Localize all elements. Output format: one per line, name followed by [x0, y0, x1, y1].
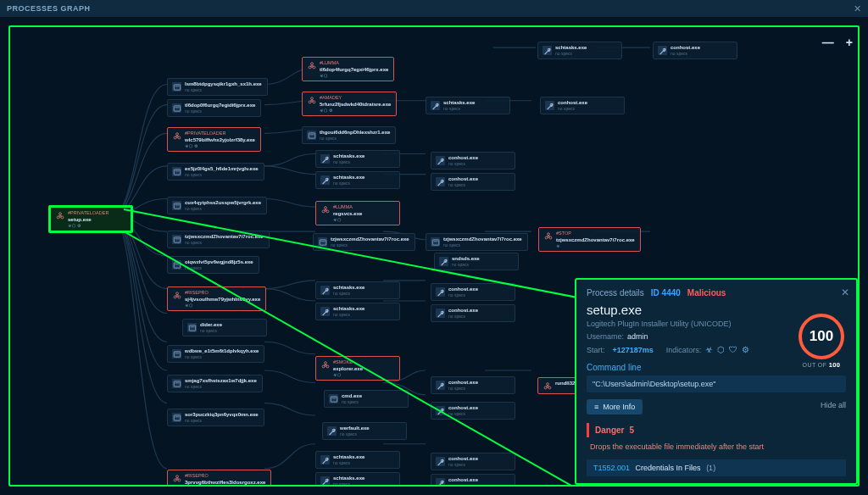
process-node[interactable]: #LUMMAregsvcs.exe☣ ⬡: [315, 201, 400, 225]
wrench-icon: [542, 46, 552, 55]
wrench-icon: [327, 426, 337, 436]
close-icon[interactable]: ✕: [841, 286, 849, 298]
box-icon: [172, 235, 181, 244]
box-icon: [172, 201, 181, 210]
box-icon: [172, 413, 181, 422]
wrench-icon: [320, 154, 330, 164]
biohazard-icon: [307, 96, 316, 105]
cmd-value[interactable]: "C:\Users\admin\Desktop\setup.exe": [587, 375, 846, 392]
wrench-icon: [436, 287, 445, 297]
wrench-icon: [320, 476, 330, 486]
process-node[interactable]: #STOPtzjwsxczmdZhovantav7i7roc.exe☣: [538, 227, 641, 252]
wrench-icon: [658, 46, 667, 55]
danger-header[interactable]: Danger5: [587, 423, 846, 437]
process-node[interactable]: conhost.exeno specs: [653, 42, 737, 59]
box-icon: [172, 167, 181, 176]
wrench-icon: [436, 478, 445, 487]
wrench-icon: [320, 307, 330, 316]
wrench-icon: [320, 286, 330, 295]
box-icon: [431, 237, 440, 247]
box-icon: [318, 237, 327, 247]
process-detail-panel: ✕ Process details ID 4440 Malicious setu…: [575, 278, 858, 485]
process-node[interactable]: schtasks.exeno specs: [315, 451, 400, 469]
box-icon: [172, 82, 181, 92]
wrench-icon: [436, 381, 445, 390]
process-node[interactable]: #SMOKEexplorer.exe☣ ⬡: [315, 356, 400, 381]
wrench-icon: [431, 101, 440, 110]
process-node[interactable]: #RISEPRO3prvvg6bthwzifles3ldosrgoxz.exe☣…: [167, 470, 271, 487]
process-node[interactable]: schtasks.exeno specs: [315, 150, 400, 168]
process-node[interactable]: schtasks.exeno specs: [537, 42, 622, 59]
wrench-icon: [439, 257, 448, 266]
zoom-in-button[interactable]: +: [846, 36, 853, 49]
biohazard-icon: [542, 381, 552, 391]
mitre-item[interactable]: T1552.001 Credentials In Files (1): [587, 459, 846, 476]
process-node[interactable]: werfault.exeno specs: [322, 422, 407, 440]
process-node-root[interactable]: #PRIVATELOADERsetup.exe☣ ⬡ ⚙: [48, 205, 133, 233]
detail-malicious: Malicious: [687, 288, 726, 298]
process-node[interactable]: schtasks.exeno specs: [315, 171, 400, 189]
process-node[interactable]: #LUMMAtl6dop4furgq7egxi46jprx.exe☣ ⬡: [302, 57, 394, 81]
network-icon: ⬡: [717, 345, 725, 354]
wrench-icon: [320, 455, 330, 464]
box-icon: [187, 323, 197, 332]
shield-icon: 🛡: [729, 345, 737, 354]
process-node[interactable]: conhost.exeno specs: [431, 402, 515, 420]
process-node[interactable]: #RISEPROsj4jvsoulhmw79yjwhlnv5vy.exe☣ ⬡: [167, 286, 266, 311]
close-icon[interactable]: ✕: [854, 3, 862, 14]
list-icon: ≡: [594, 403, 598, 411]
threat-score: 100 OUT OF 100: [798, 314, 844, 369]
biohazard-icon: ☣: [705, 345, 713, 354]
box-icon: [172, 103, 181, 113]
process-node[interactable]: cux4qyiphss2usspw5jvrgrk.exeno specs: [167, 197, 267, 214]
wrench-icon: [545, 101, 554, 110]
process-node[interactable]: schtasks.exeno specs: [315, 281, 400, 299]
process-node[interactable]: dider.exeno specs: [182, 319, 267, 336]
biohazard-icon: [55, 211, 64, 220]
hide-all-button[interactable]: Hide all: [821, 401, 846, 409]
process-node[interactable]: conhost.exeno specs: [540, 97, 625, 114]
zoom-out-button[interactable]: —: [822, 36, 834, 49]
biohazard-icon: [172, 291, 181, 300]
wrench-icon: [320, 175, 330, 185]
process-node[interactable]: smjag7xsfhstszax1w7djjk.exeno specs: [167, 375, 263, 392]
gear-icon: ⚙: [742, 345, 749, 354]
process-node[interactable]: sndsds.exeno specs: [434, 253, 519, 270]
biohazard-icon: [172, 131, 181, 141]
process-node[interactable]: conhost.exeno specs: [431, 304, 515, 322]
wrench-icon: [436, 177, 445, 186]
process-node[interactable]: conhost.exeno specs: [431, 152, 515, 170]
biohazard-icon: [307, 61, 316, 70]
process-node[interactable]: cmd.exeno specs: [324, 390, 409, 408]
process-node[interactable]: conhost.exeno specs: [431, 283, 515, 301]
app-title: PROCESSES GRAPH: [7, 4, 91, 13]
box-icon: [172, 349, 181, 359]
detail-pid: ID 4440: [651, 288, 681, 298]
mitre-id[interactable]: T1552.001: [593, 464, 630, 472]
process-node[interactable]: lsm8btdpgysqikr1gxh_sx1h.exeno specs: [167, 78, 268, 96]
box-icon: [307, 131, 316, 140]
process-node[interactable]: conhost.exeno specs: [431, 453, 515, 470]
more-info-button[interactable]: ≡More Info: [587, 399, 643, 414]
process-node[interactable]: conhost.exeno specs: [431, 376, 515, 394]
process-node[interactable]: schtasks.exeno specs: [315, 472, 400, 487]
box-icon: [172, 379, 181, 388]
process-node[interactable]: #AMADEY5rfunz2fjsdwkd40tdratsre.exe☣ ⬡ ⚙: [302, 92, 397, 116]
process-node[interactable]: schtasks.exeno specs: [426, 97, 510, 114]
wrench-icon: [436, 457, 445, 466]
process-node[interactable]: schtasks.exeno specs: [315, 303, 400, 320]
danger-item[interactable]: Drops the executable file immediately af…: [587, 442, 846, 451]
process-node[interactable]: tl6dop0f6urgq7egidi6jprx.exeno specs: [167, 99, 261, 117]
process-node[interactable]: conhost.exeno specs: [431, 474, 515, 487]
process-node[interactable]: ex5jz0l4gs5_h6de1mrjvglv.exeno specs: [167, 163, 264, 181]
process-node[interactable]: sor3puczkiq3pn6yvqx0mn.exeno specs: [167, 409, 264, 426]
process-node[interactable]: thgoui6dd6npDhlexshzr1.exeno specs: [302, 126, 396, 144]
wrench-icon: [436, 309, 445, 318]
process-node[interactable]: conhost.exeno specs: [431, 173, 515, 191]
process-node[interactable]: wdbwe_e1t5m6t1dplvkqyh.exeno specs: [167, 345, 264, 363]
biohazard-icon: [320, 360, 330, 370]
detail-header-label: Process details: [587, 288, 644, 298]
biohazard-icon: [543, 231, 553, 241]
process-node[interactable]: tzjwsxczmdZhovantav7i7roc.exeno specs: [426, 233, 528, 251]
process-node[interactable]: #PRIVATELOADERwlc579biffwhx2yjolzrf38y.e…: [167, 127, 261, 152]
